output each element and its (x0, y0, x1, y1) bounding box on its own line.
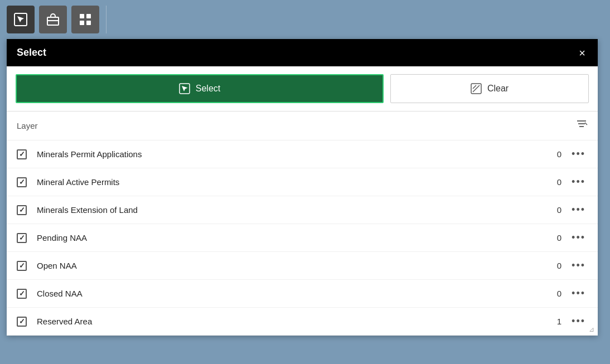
table-row: Pending NAA 0 ••• (7, 224, 598, 252)
panel-header: Select × (7, 39, 598, 66)
select-panel: Select × Select Clear Layer (7, 39, 598, 336)
layer-more-menu-3[interactable]: ••• (569, 232, 588, 244)
panel-close-button[interactable]: × (577, 47, 588, 59)
svg-line-14 (585, 123, 587, 125)
svg-rect-5 (80, 21, 84, 25)
layer-checkbox-1[interactable] (17, 177, 27, 187)
toolbar-divider (106, 6, 106, 33)
toolbox-icon (46, 12, 60, 27)
select-button-icon (179, 83, 190, 94)
layer-count-4: 0 (545, 261, 561, 270)
layer-more-menu-6[interactable]: ••• (569, 316, 588, 327)
select-tool-icon (13, 12, 28, 27)
layer-count-0: 0 (545, 149, 561, 159)
clear-button[interactable]: Clear (390, 74, 589, 103)
layer-name-3: Pending NAA (37, 233, 545, 242)
layer-count-6: 1 (545, 317, 561, 326)
select-tool-button[interactable] (7, 6, 35, 33)
layer-rows-container: Minerals Permit Applications 0 ••• Miner… (7, 140, 598, 336)
table-row: Reserved Area 1 ••• (7, 308, 598, 336)
table-row: Minerals Extension of Land 0 ••• (7, 196, 598, 224)
layer-count-3: 0 (545, 233, 561, 242)
table-row: Mineral Active Permits 0 ••• (7, 168, 598, 196)
layer-column-label: Layer (17, 121, 38, 130)
panel-title: Select (17, 47, 46, 59)
layer-more-menu-5[interactable]: ••• (569, 288, 588, 299)
svg-rect-3 (80, 14, 84, 18)
svg-line-9 (473, 85, 480, 92)
layer-count-5: 0 (545, 289, 561, 298)
select-button[interactable]: Select (16, 74, 384, 103)
svg-rect-4 (86, 14, 91, 18)
toolbox-button[interactable] (39, 6, 67, 33)
layer-checkbox-5[interactable] (17, 289, 27, 299)
action-row: Select Clear (7, 66, 598, 111)
layer-checkbox-3[interactable] (17, 233, 27, 243)
layer-more-menu-4[interactable]: ••• (569, 260, 588, 271)
grid-icon (78, 12, 93, 27)
clear-button-label: Clear (487, 84, 509, 94)
layer-name-0: Minerals Permit Applications (37, 149, 545, 159)
layer-count-1: 0 (545, 177, 561, 187)
layer-name-6: Reserved Area (37, 317, 545, 326)
select-button-label: Select (196, 84, 220, 94)
layer-name-2: Minerals Extension of Land (37, 205, 545, 215)
grid-button[interactable] (71, 6, 99, 33)
layer-name-5: Closed NAA (37, 289, 545, 298)
filter-icon[interactable] (575, 118, 588, 133)
layer-checkbox-0[interactable] (17, 149, 27, 159)
clear-button-icon (471, 83, 482, 94)
layer-list-header: Layer (7, 111, 598, 140)
layer-checkbox-6[interactable] (17, 317, 27, 327)
layer-name-4: Open NAA (37, 261, 545, 270)
svg-line-10 (473, 85, 476, 89)
layer-more-menu-2[interactable]: ••• (569, 204, 588, 216)
svg-rect-6 (86, 21, 91, 25)
layer-list: Layer Minerals Permit Applications 0 •••… (7, 111, 598, 336)
table-row: Minerals Permit Applications 0 ••• (7, 140, 598, 168)
layer-checkbox-4[interactable] (17, 261, 27, 271)
layer-name-1: Mineral Active Permits (37, 177, 545, 187)
layer-checkbox-2[interactable] (17, 205, 27, 215)
layer-more-menu-1[interactable]: ••• (569, 176, 588, 188)
resize-handle: ⊿ (589, 326, 594, 333)
layer-count-2: 0 (545, 205, 561, 215)
table-row: Open NAA 0 ••• (7, 252, 598, 280)
layer-more-menu-0[interactable]: ••• (569, 148, 588, 160)
toolbar (0, 0, 610, 39)
table-row: Closed NAA 0 ••• (7, 280, 598, 308)
